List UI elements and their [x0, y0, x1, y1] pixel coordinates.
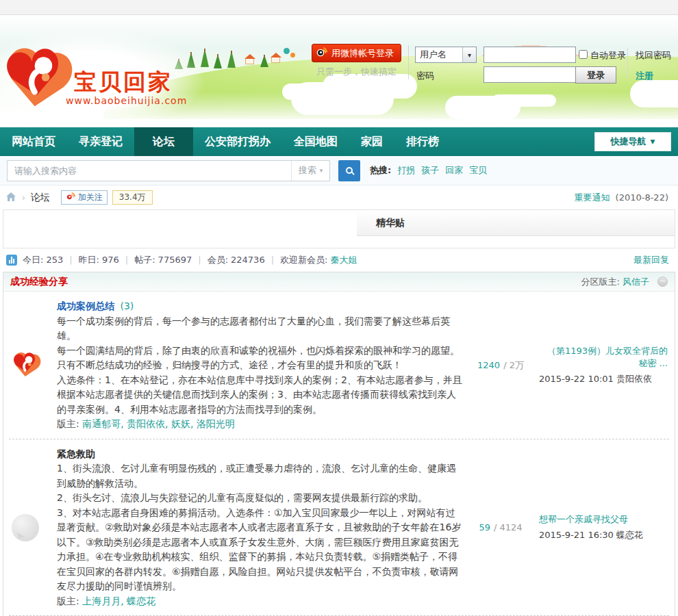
- follower-count-badge[interactable]: 33.4万: [112, 190, 153, 205]
- weibo-login-subtitle: 只需一步，快速搞定: [316, 66, 397, 78]
- login-button[interactable]: 登录: [575, 66, 616, 84]
- breadcrumb-forum-link[interactable]: 论坛: [31, 192, 50, 204]
- hot-link[interactable]: 打拐: [397, 164, 415, 177]
- lastpost-title-link[interactable]: （第1193例）儿女双全背后的秘密 ...: [539, 345, 668, 370]
- forum-title-link[interactable]: 紧急救助: [57, 448, 95, 459]
- nav-item-home[interactable]: 网站首页: [0, 127, 67, 156]
- tab-digest-posts[interactable]: 精华贴: [357, 217, 405, 229]
- forum-main: 紧急救助 1、街头流浪、乞讨儿童有明显伤残的，或正遭受暴力虐待的，流浪、乞讨儿童…: [57, 447, 462, 609]
- forum-row-emergency-rescue: 紧急救助 1、街头流浪、乞讨儿童有明显伤残的，或正遭受暴力虐待的，流浪、乞讨儿童…: [3, 439, 675, 616]
- nav-item-registration[interactable]: 寻亲登记: [67, 127, 134, 156]
- stat-posts: 帖子:775697: [134, 254, 192, 266]
- hot-link[interactable]: 回家: [445, 164, 463, 177]
- tree-icon: [260, 55, 268, 67]
- weibo-login-label: 用微博帐号登录: [331, 47, 394, 60]
- main-nav: 网站首页 寻亲登记 论坛 公安部打拐办 全国地图 家园 排行榜 快捷导航 ▼: [0, 127, 678, 156]
- tree-icon: [227, 51, 236, 68]
- hot-search-label: 热搜:: [370, 164, 391, 177]
- thread-count: 59: [479, 522, 490, 532]
- section-title[interactable]: 成功经验分享: [10, 276, 68, 288]
- search-bar: 搜索 热搜: 打拐 孩子 回家 宝贝: [0, 156, 678, 185]
- stat-separator: |: [198, 255, 201, 265]
- forum-lastpost: 想帮一个亲戚寻找父母 2015-9-21 16:30 蝶恋花: [539, 447, 670, 609]
- heart-icon: [12, 350, 42, 381]
- auto-login-checkbox[interactable]: [579, 50, 588, 59]
- search-input[interactable]: [8, 161, 291, 181]
- moderator-links[interactable]: 上海月月, 蝶恋花: [82, 595, 155, 606]
- forum-description: 每一个成功案例的背后，每一个参与的志愿者都付出了大量的心血，我们需要了解这些幕后…: [57, 314, 462, 418]
- hot-search: 热搜: 打拐 孩子 回家 宝贝: [370, 164, 487, 177]
- auto-login-label: 自动登录: [590, 49, 626, 62]
- digest-panel: 精华贴: [3, 209, 675, 248]
- weibo-icon: [316, 47, 327, 59]
- tree-icon: [214, 54, 222, 68]
- chart-icon: [6, 255, 17, 266]
- moderator-link[interactable]: 风信子: [623, 276, 649, 288]
- divider: [408, 45, 409, 79]
- select-arrow-icon: ▾: [462, 47, 476, 62]
- house-icon: [245, 58, 254, 64]
- section-moderator: 分区版主: 风信子 −: [581, 276, 668, 288]
- digest-tabbar: 精华贴: [357, 210, 675, 236]
- lastpost-meta: 2015-9-22 10:01 贵阳依依: [539, 373, 668, 385]
- quick-nav-label: 快捷导航: [611, 136, 646, 148]
- forum-today-count: (3): [120, 300, 134, 311]
- latest-reply-link[interactable]: 最新回复: [633, 254, 669, 266]
- hot-link[interactable]: 孩子: [421, 164, 439, 177]
- username-input[interactable]: [484, 47, 576, 63]
- nav-item-forum[interactable]: 论坛: [134, 127, 193, 156]
- weibo-login-button[interactable]: 用微博帐号登录: [312, 44, 401, 62]
- stat-welcome: 欢迎新会员:秦大姐: [280, 254, 357, 266]
- thread-count: 1240: [477, 360, 500, 370]
- moderator-links[interactable]: 南通郁哥, 贵阳依依, 妖妖, 洛阳光明: [82, 418, 235, 429]
- forum-moderators: 版主: 上海月月, 蝶恋花: [57, 594, 462, 609]
- weibo-follow-button[interactable]: 加关注: [61, 190, 108, 205]
- home-icon[interactable]: [5, 192, 16, 204]
- forum-section: 成功经验分享 分区版主: 风信子 −: [3, 272, 675, 616]
- site-title: 宝贝回家: [74, 67, 173, 98]
- lastpost-meta: 2015-9-21 16:30 蝶恋花: [539, 529, 668, 541]
- balloon-icon: [284, 48, 290, 54]
- post-count: 4124: [494, 522, 523, 532]
- search-scope-select[interactable]: 搜索: [291, 161, 329, 181]
- collapse-button[interactable]: −: [657, 277, 668, 287]
- new-member-link[interactable]: 秦大姐: [330, 254, 357, 266]
- house-icon: [271, 57, 280, 63]
- nav-item-ranking[interactable]: 排行榜: [394, 127, 451, 156]
- lastpost-title-link[interactable]: 想帮一个亲戚寻找父母: [539, 513, 668, 526]
- breadcrumb: › 论坛 加关注 33.4万 重要通知 (2010-8-22): [0, 185, 678, 209]
- forum-main: 成功案例总结 (3) 每一个成功案例的背后，每一个参与的志愿者都付出了大量的心血…: [57, 299, 462, 432]
- important-notice-link[interactable]: 重要通知: [575, 192, 610, 204]
- search-box: 搜索: [7, 160, 330, 181]
- search-button[interactable]: [338, 160, 360, 181]
- forum-stats-bar: 今日:253 | 昨日:976 | 帖子:775697 | 会员:224736 …: [0, 250, 678, 270]
- page: 宝贝回家 www.baobeihuijia.com 用微博帐号登录 只需一步，快…: [0, 0, 678, 616]
- nav-item-homeland[interactable]: 家园: [349, 127, 394, 156]
- username-type-select[interactable]: 用户名 ▾: [415, 47, 477, 63]
- site-header: 宝贝回家 www.baobeihuijia.com 用微博帐号登录 只需一步，快…: [0, 15, 678, 127]
- chevron-down-icon: ▼: [651, 138, 655, 145]
- top-strip: [0, 0, 678, 15]
- speech-bubble-icon: [12, 514, 39, 541]
- divider: [627, 48, 628, 78]
- nav-item-map[interactable]: 全国地图: [282, 127, 349, 156]
- post-count: 2万: [503, 359, 524, 372]
- forum-icon-column: [12, 299, 57, 432]
- register-link[interactable]: 注册: [636, 70, 653, 82]
- username-type-value: 用户名: [420, 49, 447, 61]
- forum-lastpost: （第1193例）儿女双全背后的秘密 ... 2015-9-22 10:01 贵阳…: [539, 299, 670, 432]
- site-url: www.baobeihuijia.com: [66, 95, 187, 106]
- nav-item-anti-abduction[interactable]: 公安部打拐办: [193, 127, 282, 156]
- forum-description: 1、街头流浪、乞讨儿童有明显伤残的，或正遭受暴力虐待的，流浪、乞讨儿童的生命、健…: [57, 461, 462, 594]
- forum-row-success-cases: 成功案例总结 (3) 每一个成功案例的背后，每一个参与的志愿者都付出了大量的心血…: [3, 292, 675, 439]
- forum-title-link[interactable]: 成功案例总结: [57, 300, 114, 311]
- stat-separator: |: [125, 255, 128, 265]
- stat-today: 今日:253: [23, 254, 63, 266]
- stat-members: 会员:224736: [208, 254, 265, 266]
- find-password-link[interactable]: 找回密码: [636, 49, 671, 62]
- stat-separator: |: [271, 255, 274, 265]
- password-input[interactable]: [484, 66, 576, 83]
- search-icon: [346, 167, 353, 174]
- hot-link[interactable]: 宝贝: [469, 164, 487, 177]
- quick-nav-button[interactable]: 快捷导航 ▼: [594, 132, 671, 151]
